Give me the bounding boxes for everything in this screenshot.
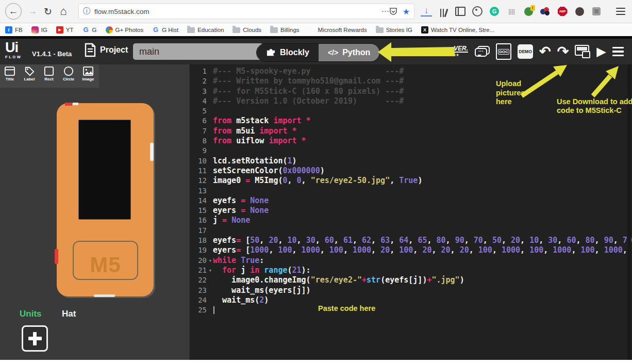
- m5-logo: M5: [90, 254, 121, 276]
- bookmark-folder-billings[interactable]: Billings: [270, 26, 299, 33]
- code-line[interactable]: 9: [190, 146, 632, 156]
- bookmark-star-icon[interactable]: ★: [403, 7, 410, 16]
- code-line[interactable]: 20▾while True:: [190, 256, 632, 266]
- folder-icon: [232, 27, 240, 33]
- bookmark-microsoft-rewards[interactable]: Microsoft Rewards: [308, 26, 367, 34]
- code-line[interactable]: 8from uiflow import *: [190, 136, 632, 146]
- code-text: from uiflow import *: [213, 136, 306, 146]
- bookmark-gplus-photos[interactable]: G+ Photos: [106, 26, 144, 34]
- tool-title[interactable]: Title: [0, 66, 20, 81]
- project-name-input[interactable]: [133, 43, 263, 60]
- url-text[interactable]: flow.m5stack.com: [94, 8, 376, 15]
- code-line[interactable]: 11setScreenColor(0x000000): [190, 166, 632, 176]
- bookmark-label: YT: [66, 27, 74, 33]
- line-number: 20▾: [190, 256, 213, 266]
- demo-icon: DEMO: [518, 44, 533, 59]
- code-text: #--- for M5Stick-C (160 x 80 pixels) ---…: [213, 87, 404, 96]
- bookmark-label: G: [92, 27, 97, 33]
- bookmark-folder-education[interactable]: Education: [187, 26, 224, 33]
- bookmark-label: Clouds: [243, 27, 261, 33]
- qr-extension-icon[interactable]: ⣿⣿: [506, 6, 517, 17]
- tool-label[interactable]: Label: [20, 66, 39, 81]
- code-line[interactable]: 7from m5ui import *: [190, 126, 632, 136]
- code-line[interactable]: 19eyers= [1000, 100, 1000, 100, 1000, 20…: [190, 245, 632, 255]
- microsoft-icon: [308, 26, 315, 34]
- tab-blockly[interactable]: Blockly: [257, 44, 319, 61]
- forward-button[interactable]: →: [25, 4, 40, 19]
- dark-extension-icon[interactable]: [574, 6, 585, 17]
- code-text: setScreenColor(0x000000): [213, 166, 325, 176]
- bookmark-yt[interactable]: ▶ YT: [56, 26, 74, 34]
- browser-menu-icon[interactable]: [616, 8, 625, 15]
- notification-extension-icon[interactable]: [523, 6, 534, 17]
- code-line[interactable]: 2#--- Written by tommyho510@gmail.com --…: [190, 76, 632, 86]
- tool-rect[interactable]: Rect: [39, 66, 59, 81]
- code-line[interactable]: 14eyefs = None: [190, 196, 632, 206]
- grey-extension-icon[interactable]: [591, 6, 602, 17]
- tab-hat[interactable]: Hat: [62, 309, 76, 319]
- google-photos-icon: [106, 26, 113, 34]
- code-line[interactable]: 23 wait_ms(eyers[j]): [190, 286, 632, 295]
- undo-button[interactable]: ↶: [539, 45, 551, 59]
- code-line[interactable]: 18eyefs= [50, 20, 10, 30, 60, 61, 62, 63…: [190, 236, 632, 245]
- code-line[interactable]: 10lcd.setRotation(1): [190, 156, 632, 166]
- code-line[interactable]: 24 wait_ms(2): [190, 295, 632, 305]
- back-button[interactable]: ←: [5, 3, 22, 20]
- doc-icon: DOC: [496, 43, 511, 60]
- code-line[interactable]: 21▾ for j in range(21):: [190, 266, 632, 275]
- code-line[interactable]: 1#--- M5-spooky-eye.py ---#: [190, 67, 632, 76]
- download-menu-button[interactable]: [612, 47, 624, 57]
- bookmark-ghist[interactable]: G G Hist: [152, 26, 178, 34]
- bookmark-folder-stories-ig[interactable]: Stories IG: [376, 26, 412, 33]
- line-number: 23: [190, 286, 213, 295]
- code-line[interactable]: 13: [190, 186, 632, 196]
- pocket-icon[interactable]: [389, 7, 397, 15]
- run-button[interactable]: ▶: [596, 45, 606, 58]
- line-number: 19: [190, 245, 213, 255]
- url-bar[interactable]: ⓘ flow.m5stack.com ⋯ ★: [78, 4, 414, 19]
- version-button[interactable]: VER. ⇢: [454, 45, 468, 58]
- downloads-icon[interactable]: ↓: [421, 6, 432, 16]
- line-number: 16: [190, 216, 213, 225]
- code-line[interactable]: 25: [190, 305, 632, 315]
- refresh-button[interactable]: ↻: [40, 4, 56, 19]
- m5stickc-device-preview[interactable]: M5: [57, 103, 154, 296]
- code-line[interactable]: 6from m5stack import *: [190, 116, 632, 126]
- device-side-button-left[interactable]: [55, 249, 58, 264]
- code-line[interactable]: 12image0 = M5Img(0, 0, "res/eye2-50.jpg"…: [190, 176, 632, 186]
- adblock-icon[interactable]: ABP: [557, 6, 568, 17]
- bookmark-watch-tv[interactable]: X Watch TV Online, Stre...: [421, 26, 494, 34]
- device-screen[interactable]: [78, 120, 131, 220]
- device-manager-button[interactable]: [575, 45, 590, 58]
- code-line[interactable]: 17: [190, 226, 632, 236]
- code-line[interactable]: 16j = None: [190, 216, 632, 225]
- page-actions-icon[interactable]: ⋯: [381, 7, 389, 16]
- add-unit-button[interactable]: [22, 325, 48, 352]
- tool-circle[interactable]: Circle: [59, 66, 78, 81]
- bookmark-fb[interactable]: f FB: [5, 26, 23, 34]
- circles-extension-icon[interactable]: [540, 6, 551, 17]
- code-line[interactable]: 3#--- for M5Stick-C (160 x 80 pixels) --…: [190, 87, 632, 96]
- grammarly-icon[interactable]: G: [489, 6, 500, 17]
- tool-image[interactable]: Image: [78, 66, 98, 81]
- doc-button[interactable]: DOC: [496, 43, 511, 60]
- device-side-button-right[interactable]: [150, 143, 154, 161]
- home-button[interactable]: ⌂: [56, 4, 71, 19]
- tab-python[interactable]: </> Python: [319, 44, 379, 61]
- sidebar-icon[interactable]: [455, 6, 466, 17]
- bookmark-google[interactable]: G G: [82, 26, 97, 34]
- demo-button[interactable]: DEMO: [518, 44, 533, 59]
- bookmarks-bar: f FB IG ▶ YT G G G+ Photos G G Hist Educ…: [0, 23, 632, 36]
- library-icon[interactable]: [438, 6, 449, 17]
- project-button[interactable]: Project: [84, 43, 128, 57]
- site-info-icon[interactable]: ⓘ: [83, 7, 90, 16]
- device-m5-button[interactable]: M5: [73, 241, 138, 280]
- bookmark-ig[interactable]: IG: [31, 26, 47, 34]
- bookmark-folder-clouds[interactable]: Clouds: [232, 26, 261, 33]
- tab-units[interactable]: Units: [20, 309, 42, 319]
- redo-button[interactable]: ↷: [557, 45, 569, 59]
- code-line[interactable]: 15eyers = None: [190, 206, 632, 216]
- code-line[interactable]: 22 image0.changeImg("res/eye2-"+str(eyef…: [190, 275, 632, 285]
- feedback-button[interactable]: ···: [474, 45, 490, 58]
- account-icon[interactable]: [472, 6, 483, 17]
